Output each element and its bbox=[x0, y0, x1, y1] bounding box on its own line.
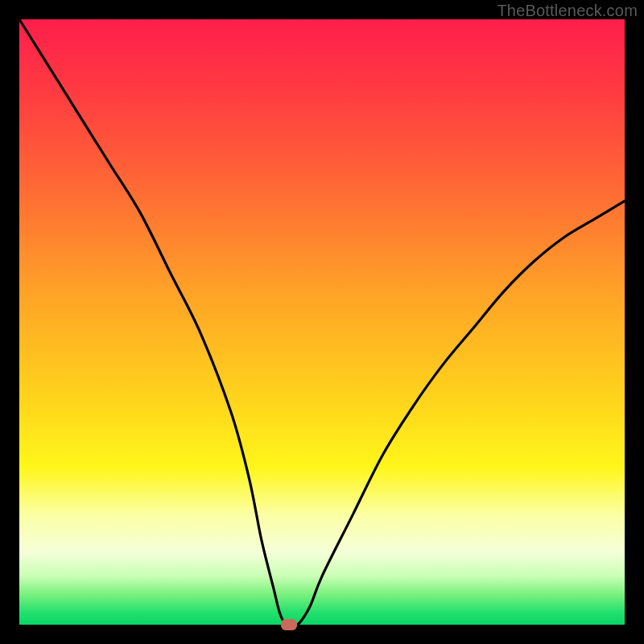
bottleneck-marker bbox=[281, 619, 297, 630]
chart-frame: TheBottleneck.com bbox=[0, 0, 644, 644]
watermark-text: TheBottleneck.com bbox=[497, 2, 638, 20]
plot-area bbox=[19, 19, 625, 625]
bottleneck-curve bbox=[19, 19, 625, 625]
